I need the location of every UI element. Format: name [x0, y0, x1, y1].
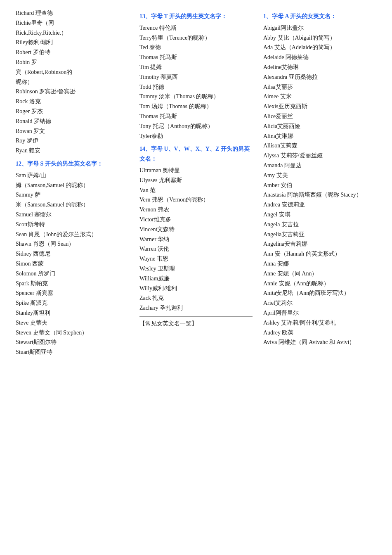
column-1: Richard 理查德Richie里奇（同Rick,Ricky,Ritchie.…	[12, 8, 132, 357]
section-1-heading: 1、字母 A 开头的女英文名：	[263, 12, 376, 21]
list-item: Ulysses 尤利塞斯	[139, 176, 253, 185]
list-item: Andrea 安德莉亚	[263, 200, 376, 210]
list-item: Adelaide 阿德莱德	[263, 52, 376, 62]
list-item: Thomas 托马斯	[139, 111, 253, 121]
list-item: Richard 理查德	[16, 8, 129, 18]
list-item: Angelina安吉莉娜	[263, 239, 376, 249]
col2-content: 13、字母 T 开头的男生英文名字：Terence 特伦斯Terry特里（Ter…	[139, 12, 253, 327]
list-item: Stanley斯坦利	[16, 308, 129, 318]
list-item: Tommy 汤米（Thomas 的昵称）	[139, 92, 253, 102]
list-item: Stewart斯图尔特	[16, 337, 129, 347]
list-item: Alexis亚历克西斯	[263, 102, 376, 111]
list-item: Aimee 艾米	[263, 92, 376, 102]
list-item: Aviva 阿维娃（同 Avivahc 和 Avivi）	[263, 337, 376, 347]
list-item: Shawn 肖恩（同 Sean）	[16, 239, 129, 249]
list-item: Sidney 西德尼	[16, 249, 129, 259]
list-item: Warner 华纳	[139, 235, 253, 244]
list-item: 姆（Samson,Samuel 的昵称）	[16, 180, 129, 190]
list-item: Scott斯考特	[16, 220, 129, 230]
list-item: Ailsa艾丽莎	[263, 82, 376, 92]
list-item: Robinson 罗宾逊/鲁宾逊	[16, 87, 129, 97]
list-item: April阿普里尔	[263, 308, 376, 318]
list-item: Ashley 艾许莉/阿什利/艾希礼	[263, 318, 376, 328]
list-item: Robin 罗	[16, 57, 129, 67]
list-item: Alyssa 艾莉莎/爱丽丝娅	[263, 151, 376, 161]
list-item: Ronald 罗纳德	[16, 116, 129, 126]
list-item: Todd 托德	[139, 82, 253, 92]
list-item: Sean 肖恩（John的爱尔兰形式）	[16, 230, 129, 240]
list-item: Spark 斯帕克	[16, 279, 129, 289]
list-item: Ariel艾莉尔	[263, 298, 376, 308]
list-item: Annie 安妮（Ann的昵称）	[263, 279, 376, 289]
list-item: Thomas 托马斯	[139, 52, 253, 62]
list-item: Ted 泰德	[139, 43, 253, 52]
list-item: Terry特里（Terence的昵称）	[139, 33, 253, 43]
list-item: Tim 提姆	[139, 62, 253, 72]
section-14-heading: 14、字母 U、V、W、X、Y、Z 开头的男英文名：	[139, 144, 253, 164]
list-item: Sam 萨姆/山	[16, 171, 129, 180]
list-item: Roger 罗杰	[16, 107, 129, 116]
list-item: Allison艾莉森	[263, 141, 376, 151]
list-item: Adeline艾德琳	[263, 62, 376, 72]
list-item: Willy威利/维利	[139, 284, 253, 294]
list-item: Abby 艾比（Abigail的简写）	[263, 33, 376, 43]
page-content: Richard 理查德Richie里奇（同Rick,Ricky,Ritchie.…	[12, 8, 380, 357]
list-item: Angelia安吉莉亚	[263, 230, 376, 240]
list-item: Vincent文森特	[139, 225, 253, 235]
list-item: Van 范	[139, 185, 253, 195]
list-item: Vernon 弗农	[139, 205, 253, 215]
list-item: Sammy 萨	[16, 190, 129, 200]
list-item: Ryan 赖安	[16, 146, 129, 156]
col1-entries: Richard 理查德Richie里奇（同Rick,Ricky,Ritchie.…	[16, 8, 129, 357]
list-item: Terence 特伦斯	[139, 23, 253, 33]
divider	[139, 316, 253, 317]
list-item: Timothy 蒂莫西	[139, 72, 253, 82]
list-item: Spike 斯派克	[16, 298, 129, 308]
section-13-heading: 13、字母 T 开头的男生英文名字：	[139, 12, 253, 21]
section-12-heading: 12、字母 S 开头的男生英文名字：	[16, 159, 129, 169]
list-item: Roy 罗伊	[16, 136, 129, 146]
list-item: Angel 安琪	[263, 210, 376, 220]
list-item: Ann 安（Hannah 的英文形式）	[263, 249, 376, 259]
list-item: Robert 罗伯特	[16, 47, 129, 57]
list-item: Wayne 韦恩	[139, 254, 253, 264]
list-item: Richie里奇（同	[16, 18, 129, 28]
list-item: Victor维克多	[139, 215, 253, 225]
list-item: Anita安尼塔（Ann的西班牙写法）	[263, 288, 376, 298]
list-item: Abigail阿比盖尔	[263, 23, 376, 33]
list-item: Audrey 欧葆	[263, 328, 376, 338]
list-item: Anna 安娜	[263, 259, 376, 269]
list-item: Zachary 圣扎迦利	[139, 303, 253, 313]
list-item: Tyler泰勒	[139, 131, 253, 141]
list-item: Stuart斯图亚特	[16, 347, 129, 357]
column-2: 13、字母 T 开头的男生英文名字：Terence 特伦斯Terry特里（Ter…	[136, 8, 256, 331]
list-item: Steven 史蒂文（同 Stephen）	[16, 328, 129, 338]
list-item: Amanda 阿曼达	[263, 161, 376, 171]
list-item: Alice爱丽丝	[263, 111, 376, 121]
list-item: Alexandra 亚历桑德拉	[263, 72, 376, 82]
list-item: 昵称）	[16, 77, 129, 87]
list-item: Alicia艾丽西娅	[263, 121, 376, 131]
list-item: Ada 艾达（Adelaide的简写）	[263, 43, 376, 52]
list-item: Steve 史蒂夫	[16, 318, 129, 328]
list-item: Spencer 斯宾塞	[16, 288, 129, 298]
list-item: Rock 洛克	[16, 97, 129, 107]
list-item: Anastasia 阿纳斯塔西娅（昵称 Stacey）	[263, 190, 376, 200]
list-item: Simon 西蒙	[16, 259, 129, 269]
column-3: 1、字母 A 开头的女英文名：Abigail阿比盖尔Abby 艾比（Abigai…	[260, 8, 380, 347]
list-item: Solomon 所罗门	[16, 269, 129, 279]
list-item: 宾（Robert,Robinson的	[16, 67, 129, 77]
list-item: Rick,Ricky,Ritchie.）	[16, 28, 129, 38]
list-item: Warren 沃伦	[139, 244, 253, 254]
list-item: 米（Samson,Samuel 的昵称）	[16, 200, 129, 210]
list-item: Samuel 塞缪尔	[16, 210, 129, 220]
bracket-label: 【常见女英文名一览】	[139, 320, 253, 327]
list-item: William威廉	[139, 274, 253, 284]
list-item: Rowan 罗文	[16, 126, 129, 136]
col3-content: 1、字母 A 开头的女英文名：Abigail阿比盖尔Abby 艾比（Abigai…	[263, 12, 376, 347]
list-item: Wesley 卫斯理	[139, 264, 253, 274]
list-item: Anne 安妮（同 Ann）	[263, 269, 376, 279]
list-item: Amber 安伯	[263, 180, 376, 190]
list-item: Riley赖利/瑞利	[16, 38, 129, 47]
list-item: Vern 弗恩（Vernon的昵称）	[139, 195, 253, 205]
